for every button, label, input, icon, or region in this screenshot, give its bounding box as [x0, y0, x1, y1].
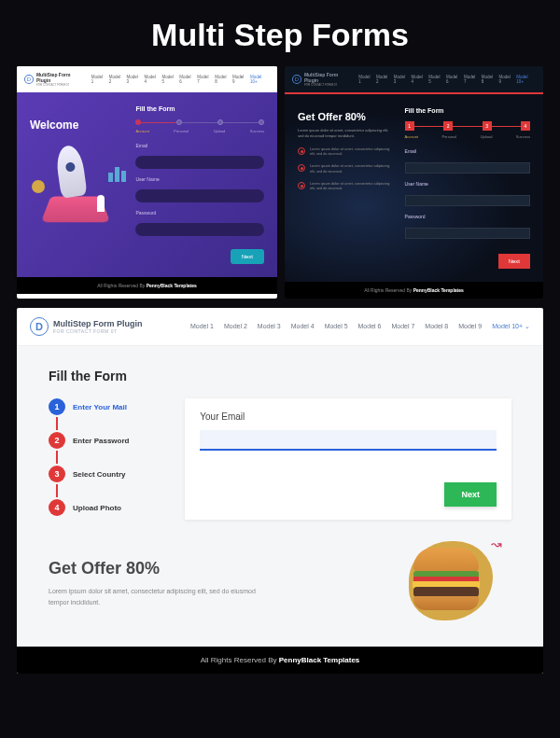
- email-input[interactable]: [135, 156, 264, 169]
- nav-item[interactable]: Model 9: [232, 75, 247, 84]
- logo[interactable]: D MultiStep Form Plugin FOR CONTACT FORM…: [30, 317, 143, 336]
- top-nav: D MultiStep Form Plugin FOR CONTACT FORM…: [17, 308, 543, 346]
- password-input[interactable]: [405, 228, 530, 239]
- step-item[interactable]: 3Select Country: [49, 466, 162, 482]
- offer-description: Lorem ipsum dolor sit amet, consectetur …: [298, 128, 396, 140]
- nav-item[interactable]: Model 7: [464, 75, 479, 84]
- username-input[interactable]: [135, 189, 264, 202]
- nav-item[interactable]: Model 6: [446, 75, 461, 84]
- username-label: User Name: [135, 176, 264, 182]
- step-item[interactable]: 2Enter Password: [49, 432, 162, 449]
- nav-item[interactable]: Model 5: [325, 323, 348, 330]
- vertical-steps: 1Enter Your Mail 2Enter Password 3Select…: [49, 398, 162, 520]
- nav-item-active[interactable]: Model 10+ ⌄: [492, 323, 530, 330]
- nav-item[interactable]: Model 1: [91, 75, 106, 84]
- email-label: Email: [135, 143, 264, 148]
- footer: All Rights Reserved By PennyBlack Templa…: [17, 277, 277, 294]
- username-label: User Name: [405, 181, 530, 187]
- form-heading: Fill the Form: [135, 105, 264, 112]
- password-input[interactable]: [135, 223, 264, 236]
- nav-items: Model 1 Model 2 Model 3 Model 4 Model 5 …: [91, 75, 270, 84]
- next-button[interactable]: Next: [231, 249, 264, 264]
- bullet-icon: [298, 164, 305, 172]
- arrow-icon: ↝: [491, 536, 502, 551]
- step-progress: [135, 119, 264, 125]
- nav-item[interactable]: Model 1: [190, 323, 214, 330]
- nav-items: Model 1 Model 2 Model 3 Model 4 Model 5 …: [358, 75, 536, 84]
- email-label: Your Email: [200, 411, 497, 422]
- logo-title: MultiStep Form Plugin: [36, 72, 86, 83]
- logo-title: MultiStep Form Plugin: [304, 72, 353, 83]
- footer: All Rights Reserved By PennyBlack Templa…: [285, 282, 543, 299]
- nav-item[interactable]: Model 2: [376, 75, 391, 84]
- bullet-icon: [298, 182, 305, 189]
- nav-item[interactable]: Model 2: [224, 323, 247, 330]
- nav-item[interactable]: Model 3: [127, 75, 142, 84]
- form-heading: Fill the Form: [49, 369, 511, 383]
- logo[interactable]: D MultiStep Form Plugin FOR CONTACT FORM…: [24, 72, 86, 87]
- nav-item[interactable]: Model 9: [458, 323, 482, 330]
- feature-list: Lorem ipsum dolor sit amet, consectetur …: [298, 147, 396, 192]
- nav-items: Model 1 Model 2 Model 3 Model 4 Model 5 …: [190, 323, 530, 330]
- nav-item[interactable]: Model 2: [109, 75, 124, 84]
- logo-subtitle: FOR CONTACT FORM 07: [53, 328, 143, 334]
- nav-item[interactable]: Model 3: [394, 75, 409, 84]
- logo-icon: D: [292, 75, 301, 84]
- demo-card-purple: D MultiStep Form Plugin FOR CONTACT FORM…: [17, 66, 277, 299]
- logo-subtitle: FOR CONTACT FORM 07: [36, 83, 86, 87]
- username-input[interactable]: [405, 195, 530, 206]
- demo-card-dark: D MultiStep Form Plugin FOR CONTACT FORM…: [285, 66, 543, 299]
- offer-description: Lorem ipsum dolor sit amet, consectetur …: [49, 586, 262, 608]
- form-panel: Your Email Next: [185, 398, 511, 520]
- nav-item[interactable]: Model 5: [161, 75, 176, 84]
- logo-icon: D: [24, 75, 34, 84]
- nav-item[interactable]: Model 6: [358, 323, 382, 330]
- next-button[interactable]: Next: [444, 482, 497, 507]
- nav-item[interactable]: Model 8: [482, 75, 497, 84]
- burger-illustration: ↝: [279, 536, 511, 630]
- bullet-icon: [298, 147, 305, 155]
- step-item[interactable]: 1Enter Your Mail: [49, 398, 162, 415]
- nav-item[interactable]: Model 5: [428, 75, 443, 84]
- nav-item[interactable]: Model 9: [498, 75, 513, 84]
- top-nav: D MultiStep Form Plugin FOR CONTACT FORM…: [17, 66, 277, 92]
- step-progress: 1 2 3 4: [405, 121, 530, 131]
- top-nav: D MultiStep Form Plugin FOR CONTACT FORM…: [285, 66, 543, 92]
- logo-icon: D: [30, 317, 49, 336]
- welcome-heading: Welcome: [30, 118, 128, 132]
- offer-heading: Get Offer 80%: [49, 559, 262, 578]
- demo-card-light: D MultiStep Form Plugin FOR CONTACT FORM…: [17, 308, 543, 674]
- hero-title: Multi Step Forms: [0, 0, 560, 66]
- footer: All Rights Reserved By PennyBlack Templa…: [17, 647, 543, 674]
- email-input[interactable]: [200, 430, 497, 451]
- next-button[interactable]: Next: [498, 254, 530, 269]
- nav-item[interactable]: Model 6: [179, 75, 194, 84]
- nav-item[interactable]: Model 7: [197, 75, 212, 84]
- password-label: Password: [135, 210, 264, 216]
- nav-item-active[interactable]: Model 10+: [250, 75, 270, 84]
- nav-item[interactable]: Model 8: [215, 75, 230, 84]
- nav-item[interactable]: Model 4: [291, 323, 315, 330]
- logo[interactable]: D MultiStep Form Plugin FOR CONTACT FORM…: [292, 72, 353, 87]
- chevron-down-icon: ⌄: [525, 323, 530, 329]
- step-labels: AccountPersonalUploadSuccess: [135, 129, 264, 133]
- step-item[interactable]: 4Upload Photo: [49, 499, 162, 516]
- nav-item[interactable]: Model 7: [391, 323, 414, 330]
- nav-item[interactable]: Model 3: [258, 323, 281, 330]
- email-input[interactable]: [405, 162, 530, 174]
- nav-item[interactable]: Model 1: [358, 75, 373, 84]
- logo-title: MultiStep Form Plugin: [53, 319, 143, 328]
- nav-item[interactable]: Model 8: [425, 323, 448, 330]
- step-labels: AccountPersonalUploadSuccess: [405, 134, 530, 139]
- offer-heading: Get Offer 80%: [298, 111, 396, 122]
- password-label: Password: [405, 214, 530, 219]
- nav-item-active[interactable]: Model 10+: [516, 75, 536, 84]
- form-heading: Fill the Form: [405, 107, 530, 114]
- email-label: Email: [405, 148, 530, 154]
- nav-item[interactable]: Model 4: [144, 75, 159, 84]
- nav-item[interactable]: Model 4: [412, 75, 427, 84]
- logo-subtitle: FOR CONTACT FORM 07: [304, 83, 353, 87]
- rocket-illustration: [30, 141, 128, 225]
